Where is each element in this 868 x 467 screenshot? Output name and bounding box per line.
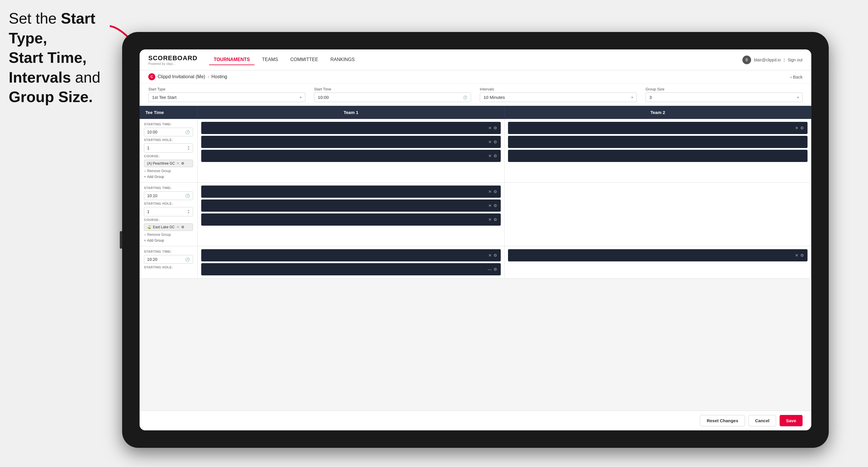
- team1-cell-1: ✕ ⚙ ✕ ⚙ ✕: [198, 119, 504, 182]
- nav-teams[interactable]: TEAMS: [257, 55, 283, 65]
- remove-group-label-1: Remove Group: [147, 169, 171, 173]
- slot-actions-g3-1-1: ✕ ⚙: [488, 253, 497, 258]
- nav-rankings[interactable]: RANKINGS: [326, 55, 360, 65]
- start-time-chevron: 🕐: [463, 95, 467, 99]
- breadcrumb: C Clippd Invitational (Me) › Hosting: [148, 73, 227, 80]
- course-tag-2[interactable]: ⛳ East Lake GC ✕ ⚙: [144, 223, 193, 231]
- slot-gear-btn-g2-1-3[interactable]: ⚙: [493, 217, 497, 222]
- starting-time-label-2: STARTING TIME:: [144, 186, 193, 190]
- slot-gear-btn-1-3[interactable]: ⚙: [493, 154, 497, 158]
- starting-hole-label-3: STARTING HOLE:: [144, 266, 193, 269]
- remove-group-2[interactable]: ○ Remove Group: [144, 232, 193, 237]
- course-tag-1[interactable]: (A) Peachtree GC ✕ ⚙: [144, 160, 193, 167]
- save-button[interactable]: Save: [780, 415, 803, 426]
- stepper-down-2[interactable]: ▼: [187, 212, 190, 214]
- group-size-select[interactable]: 3 ▾: [646, 92, 803, 102]
- starting-time-label-3: STARTING TIME:: [144, 250, 193, 253]
- player-slot-2-1[interactable]: ✕ ⚙: [508, 122, 807, 134]
- slot-x-btn-g3-1-2[interactable]: —: [488, 267, 492, 272]
- player-slot-g2-1-3[interactable]: ✕ ⚙: [201, 213, 501, 226]
- hole-stepper-2[interactable]: ▲ ▼: [187, 209, 190, 214]
- team1-cell-3: ✕ ⚙ — ⚙: [198, 246, 504, 278]
- starting-hole-input-1[interactable]: 1 ▲ ▼: [144, 143, 193, 153]
- remove-group-1[interactable]: ○ Remove Group: [144, 169, 193, 173]
- intervals-value: 10 Minutes: [484, 95, 505, 100]
- group-size-label: Group Size: [646, 87, 803, 91]
- intervals-group: Intervals 10 Minutes ▾: [480, 87, 637, 102]
- course-settings-1[interactable]: ⚙: [181, 161, 184, 165]
- slot-x-btn-2-1[interactable]: ✕: [795, 126, 799, 130]
- course-settings-2[interactable]: ⚙: [181, 225, 184, 229]
- add-group-1[interactable]: + Add Group: [144, 175, 193, 179]
- starting-time-input-3[interactable]: 10:20 🕐: [144, 255, 193, 264]
- start-type-value: 1st Tee Start: [152, 95, 177, 100]
- starting-hole-label-1: STARTING HOLE:: [144, 138, 193, 142]
- slot-actions-g2-1-3: ✕ ⚙: [488, 217, 497, 222]
- player-slot-1-2[interactable]: ✕ ⚙: [201, 136, 501, 148]
- slot-x-btn-g2-1-1[interactable]: ✕: [488, 189, 492, 194]
- slot-x-btn-1-3[interactable]: ✕: [488, 154, 492, 158]
- left-panel-2: STARTING TIME: 10:10 🕐 STARTING HOLE: 1 …: [140, 183, 198, 246]
- player-slot-1-3[interactable]: ✕ ⚙: [201, 150, 501, 162]
- remove-group-icon-2: ○: [144, 232, 146, 237]
- start-time-group: Start Time 10:00 🕐: [314, 87, 471, 102]
- player-slot-g3-2-1[interactable]: ✕ ⚙: [508, 249, 807, 261]
- instruction-text: Set the Start Type,Start Time,Intervals …: [9, 9, 111, 107]
- intervals-select[interactable]: 10 Minutes ▾: [480, 92, 637, 102]
- start-time-select[interactable]: 10:00 🕐: [314, 92, 471, 102]
- start-type-select[interactable]: 1st Tee Start ▾: [148, 92, 305, 102]
- back-button[interactable]: ‹ Back: [790, 74, 803, 80]
- course-remove-2[interactable]: ✕: [177, 225, 179, 229]
- starting-hole-input-2[interactable]: 1 ▲ ▼: [144, 207, 193, 216]
- player-slot-g3-1-2[interactable]: — ⚙: [201, 263, 501, 275]
- course-icon-2: ⛳: [147, 225, 151, 229]
- remove-group-label-2: Remove Group: [147, 232, 171, 237]
- team2-cell-1: ✕ ⚙: [504, 119, 811, 182]
- player-slot-g2-1-2[interactable]: ✕ ⚙: [201, 199, 501, 212]
- slot-gear-btn-g3-1-2[interactable]: ⚙: [493, 267, 497, 272]
- col-tee-time: Tee Time: [140, 106, 198, 119]
- slot-actions-1-1: ✕ ⚙: [488, 126, 497, 130]
- nav-tournaments[interactable]: TOURNAMENTS: [209, 55, 254, 65]
- player-slot-g3-1-1[interactable]: ✕ ⚙: [201, 249, 501, 261]
- tournament-name[interactable]: Clippd Invitational (Me): [158, 74, 205, 80]
- logo-area: SCOREBOARD Powered by clipp...: [148, 54, 197, 65]
- slot-actions-1-2: ✕ ⚙: [488, 139, 497, 144]
- add-group-2[interactable]: + Add Group: [144, 239, 193, 243]
- slot-x-btn-g3-2-1[interactable]: ✕: [795, 253, 799, 258]
- slot-gear-btn-1-2[interactable]: ⚙: [493, 139, 497, 144]
- back-chevron: ‹: [790, 74, 792, 80]
- starting-time-input-2[interactable]: 10:10 🕐: [144, 191, 193, 200]
- cancel-button[interactable]: Cancel: [748, 415, 776, 426]
- slot-actions-g3-1-2: — ⚙: [488, 267, 497, 272]
- slot-gear-btn-g2-1-2[interactable]: ⚙: [493, 203, 497, 208]
- slot-x-btn-g2-1-3[interactable]: ✕: [488, 217, 492, 222]
- sign-out-link[interactable]: Sign out: [788, 58, 803, 62]
- slot-gear-btn-g2-1-1[interactable]: ⚙: [493, 189, 497, 194]
- slot-gear-btn-2-1[interactable]: ⚙: [800, 126, 804, 130]
- slot-gear-btn-g3-2-1[interactable]: ⚙: [800, 253, 804, 258]
- player-slot-1-1[interactable]: ✕ ⚙: [201, 122, 501, 134]
- reset-button[interactable]: Reset Changes: [700, 415, 745, 426]
- col-team1: Team 1: [198, 106, 504, 119]
- starting-time-value-2: 10:10: [147, 193, 157, 198]
- player-slot-2-3[interactable]: [508, 150, 807, 162]
- starting-hole-value-1: 1: [147, 146, 150, 150]
- stepper-down-1[interactable]: ▼: [187, 148, 190, 151]
- slot-gear-btn-g3-1-1[interactable]: ⚙: [493, 253, 497, 258]
- nav-committee[interactable]: COMMITTEE: [285, 55, 323, 65]
- start-type-chevron: ▾: [300, 95, 302, 99]
- slot-x-btn-1-1[interactable]: ✕: [488, 126, 492, 130]
- course-remove-1[interactable]: ✕: [177, 161, 179, 165]
- slot-x-btn-g3-1-1[interactable]: ✕: [488, 253, 492, 258]
- slot-x-btn-g2-1-2[interactable]: ✕: [488, 203, 492, 208]
- back-label: Back: [793, 74, 803, 80]
- group-size-value: 3: [649, 95, 652, 100]
- starting-time-input-1[interactable]: 10:00 🕐: [144, 128, 193, 136]
- player-slot-2-2[interactable]: [508, 136, 807, 148]
- player-slot-g2-1-1[interactable]: ✕ ⚙: [201, 186, 501, 198]
- slot-gear-btn-1-1[interactable]: ⚙: [493, 126, 497, 130]
- slot-x-btn-1-2[interactable]: ✕: [488, 139, 492, 144]
- group-row-2: STARTING TIME: 10:10 🕐 STARTING HOLE: 1 …: [140, 183, 811, 246]
- hole-stepper-1[interactable]: ▲ ▼: [187, 146, 190, 151]
